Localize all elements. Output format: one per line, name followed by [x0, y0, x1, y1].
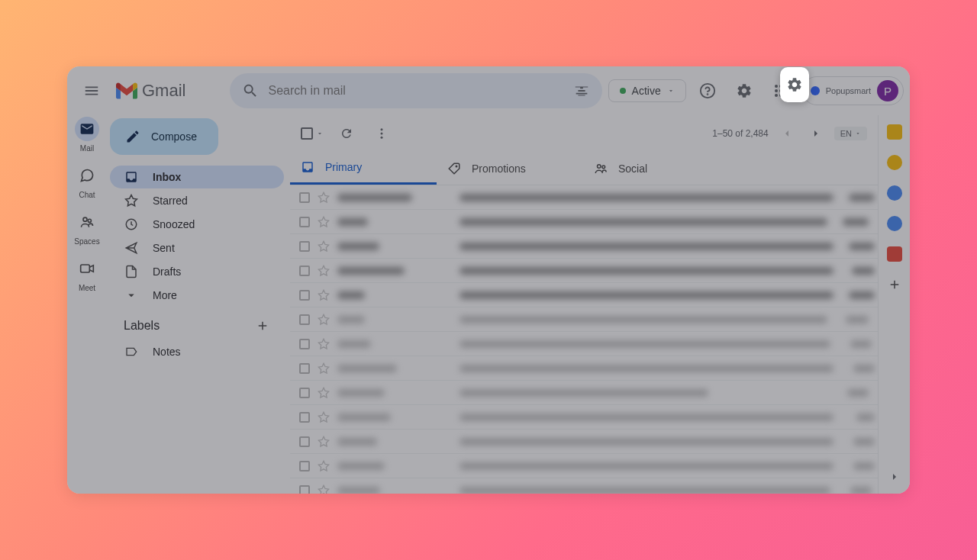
row-checkbox[interactable]: [299, 192, 310, 203]
filter-icon[interactable]: [573, 82, 590, 99]
rail-meet[interactable]: Meet: [75, 256, 99, 292]
row-checkbox[interactable]: [299, 461, 310, 471]
more-actions-button[interactable]: [369, 121, 394, 146]
search-input[interactable]: [268, 84, 563, 98]
mail-row[interactable]: [290, 332, 878, 356]
sidebar-label-notes[interactable]: Notes: [110, 340, 284, 363]
star-icon[interactable]: [318, 289, 330, 301]
compose-button[interactable]: Compose: [110, 118, 218, 155]
row-checkbox[interactable]: [299, 266, 310, 276]
row-checkbox[interactable]: [299, 241, 310, 252]
tab-primary[interactable]: Primary: [290, 152, 437, 185]
mail-row[interactable]: [290, 185, 878, 210]
row-checkbox[interactable]: [299, 363, 310, 374]
plus-icon: [256, 319, 269, 333]
mail-row[interactable]: [290, 356, 878, 381]
add-label-button[interactable]: [252, 315, 273, 336]
star-icon[interactable]: [318, 265, 330, 277]
sidebar-more[interactable]: More: [110, 284, 284, 307]
mail-row[interactable]: [290, 234, 878, 259]
star-icon[interactable]: [318, 338, 330, 350]
row-checkbox[interactable]: [299, 436, 310, 447]
profile-chip[interactable]: Popupsmart P: [802, 76, 904, 105]
logo[interactable]: Gmail: [116, 81, 185, 101]
star-icon[interactable]: [318, 387, 330, 399]
select-all-checkbox[interactable]: [301, 127, 313, 140]
mail-row[interactable]: [290, 430, 878, 454]
svg-marker-31: [318, 412, 328, 422]
status-chip[interactable]: Active: [608, 79, 686, 102]
main-menu-button[interactable]: [73, 72, 110, 109]
sidebar-sent[interactable]: Sent: [110, 237, 284, 259]
tasks-addon[interactable]: [887, 185, 902, 201]
search-bar[interactable]: [230, 73, 601, 108]
row-checkbox[interactable]: [299, 339, 310, 349]
row-checkbox[interactable]: [299, 290, 310, 301]
mail-row[interactable]: [290, 210, 878, 234]
chevron-down-icon: [855, 130, 861, 137]
star-icon[interactable]: [318, 191, 330, 204]
row-checkbox[interactable]: [299, 485, 310, 494]
chevron-right-icon: [888, 471, 901, 483]
sender: [337, 365, 452, 372]
addon-5[interactable]: [887, 246, 902, 262]
sidebar-drafts[interactable]: Drafts: [110, 260, 284, 283]
row-checkbox[interactable]: [299, 314, 310, 325]
settings-button-highlighted[interactable]: [780, 67, 809, 102]
date: [838, 487, 872, 494]
prev-page-button[interactable]: [776, 123, 798, 144]
next-page-button[interactable]: [805, 123, 827, 144]
mail-list[interactable]: [290, 185, 878, 494]
star-icon[interactable]: [318, 240, 330, 253]
row-checkbox[interactable]: [299, 388, 310, 398]
mail-row[interactable]: [290, 381, 878, 405]
star-icon[interactable]: [318, 362, 330, 375]
settings-button[interactable]: [729, 76, 759, 106]
refresh-button[interactable]: [334, 121, 359, 146]
rail-mail[interactable]: Mail: [75, 117, 99, 153]
star-icon[interactable]: [318, 216, 330, 228]
star-icon[interactable]: [318, 411, 330, 423]
tag-icon: [447, 162, 461, 175]
get-addons-button[interactable]: [887, 277, 902, 292]
mail-row[interactable]: [290, 259, 878, 283]
svg-rect-13: [81, 265, 90, 272]
star-icon[interactable]: [318, 460, 330, 472]
mail-row[interactable]: [290, 478, 878, 494]
gmail-icon: [116, 82, 137, 99]
contacts-addon[interactable]: [887, 216, 902, 231]
tab-promotions[interactable]: Promotions: [437, 152, 583, 185]
mail-row[interactable]: [290, 405, 878, 430]
calendar-addon[interactable]: [887, 124, 902, 140]
star-icon[interactable]: [318, 484, 330, 494]
expand-sidepanel-button[interactable]: [885, 468, 904, 486]
gear-icon: [786, 76, 803, 93]
star-icon[interactable]: [318, 314, 330, 326]
mail-row[interactable]: [290, 454, 878, 478]
rail-spaces[interactable]: Spaces: [74, 210, 99, 246]
sidebar-snoozed[interactable]: Snoozed: [110, 213, 284, 236]
date: [841, 462, 875, 470]
svg-point-20: [598, 164, 601, 168]
row-checkbox[interactable]: [299, 412, 310, 423]
labels-header: Labels: [110, 307, 284, 340]
chevron-down-icon[interactable]: [316, 130, 324, 137]
date: [841, 438, 875, 446]
svg-marker-29: [318, 363, 328, 373]
input-tools-button[interactable]: EN: [834, 127, 867, 140]
support-button[interactable]: [692, 76, 723, 106]
mail-row[interactable]: [290, 283, 878, 307]
row-checkbox[interactable]: [299, 217, 310, 227]
star-icon[interactable]: [318, 436, 330, 448]
svg-marker-24: [318, 241, 328, 251]
subject: [459, 243, 834, 250]
chat-icon: [79, 168, 95, 183]
sidebar-starred[interactable]: Starred: [110, 189, 284, 212]
sender: [337, 218, 452, 226]
rail-chat[interactable]: Chat: [75, 163, 99, 199]
mail-row[interactable]: [290, 307, 878, 332]
tab-social[interactable]: Social: [583, 152, 730, 185]
keep-addon[interactable]: [887, 155, 902, 170]
date: [835, 316, 869, 323]
sidebar-inbox[interactable]: Inbox: [110, 166, 284, 188]
